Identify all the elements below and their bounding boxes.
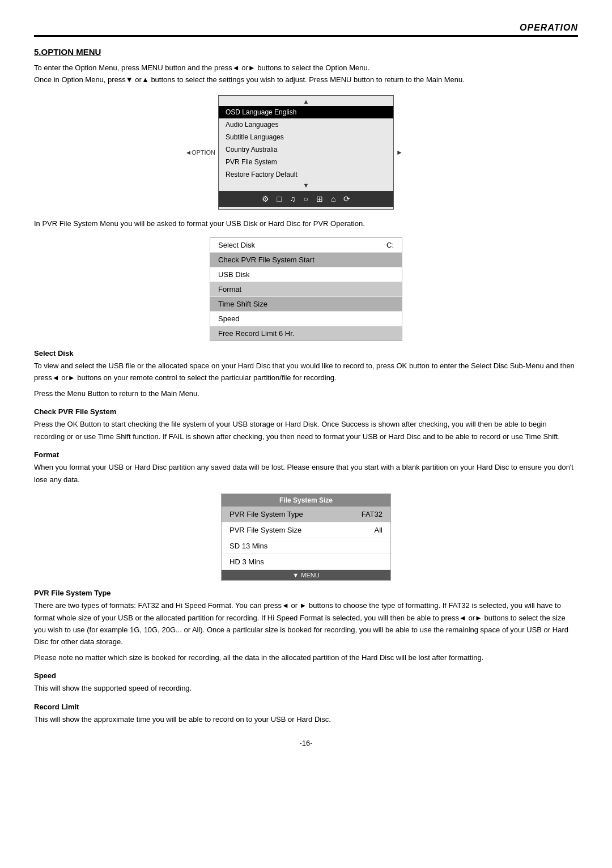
square-icon: □ — [277, 194, 282, 203]
option-label: ◄OPTION — [185, 149, 215, 156]
pvr-row-usb-disk[interactable]: USB Disk — [210, 267, 402, 282]
option-menu-wrapper: ◄OPTION ► ▲ OSD Language English Audio L… — [218, 95, 394, 210]
select-disk-body2: Press the Menu Button to return to the M… — [34, 388, 578, 399]
fs-menu-header: File System Size — [222, 494, 390, 507]
pvr-menu-box: Select Disk C: Check PVR File System Sta… — [210, 237, 402, 341]
pvr-row-time-shift[interactable]: Time Shift Size — [210, 297, 402, 312]
option-item-6[interactable]: Restore Factory Default — [219, 168, 393, 181]
pvr-row-speed[interactable]: Speed — [210, 312, 402, 326]
record-limit-body: This will show the approximate time you … — [34, 713, 578, 725]
format-body: When you format your USB or Hard Disc pa… — [34, 461, 578, 486]
music-icon: ♫ — [290, 194, 296, 203]
fs-row-pvr-size[interactable]: PVR File System Size All — [222, 522, 390, 538]
option-menu-container: ◄OPTION ► ▲ OSD Language English Audio L… — [34, 95, 578, 210]
select-disk-body1: To view and select the USB file or the a… — [34, 360, 578, 384]
check-pvr-title: Check PVR File System — [34, 407, 578, 416]
pvr-type-body1: There are two types of formats: FAT32 an… — [34, 599, 578, 648]
pvr-row-label-free-record: Free Record Limit 6 Hr. — [218, 329, 294, 338]
menu-arrow-up: ▲ — [219, 98, 393, 105]
speed-body: This will show the supported speed of re… — [34, 682, 578, 694]
fs-row-label-pvr-type: PVR File System Type — [230, 510, 303, 518]
gear-icon: ⚙ — [262, 194, 269, 203]
pvr-info-text: In PVR File System Menu you will be aske… — [34, 218, 578, 229]
select-disk-title: Select Disk — [34, 349, 578, 358]
pvr-row-label-select-disk: Select Disk — [218, 241, 255, 249]
section-title: 5.OPTION MENU — [34, 47, 578, 57]
intro-line1: To enter the Option Menu, press MENU but… — [34, 63, 369, 72]
speed-title: Speed — [34, 671, 578, 680]
home-icon: ⌂ — [331, 194, 335, 203]
menu-footer-label: MENU — [301, 572, 319, 578]
intro-line2: Once in Option Menu, press▼ or▲ buttons … — [34, 75, 465, 84]
page-number: -16- — [34, 739, 578, 747]
pvr-row-free-record[interactable]: Free Record Limit 6 Hr. — [210, 326, 402, 341]
pvr-row-format[interactable]: Format — [210, 282, 402, 297]
pvr-row-select-disk[interactable]: Select Disk C: — [210, 238, 402, 253]
fs-row-hd[interactable]: HD 3 Mins — [222, 554, 390, 570]
grid-icon: ⊞ — [316, 194, 323, 203]
check-pvr-body: Press the OK Button to start checking th… — [34, 418, 578, 442]
fs-row-label-sd: SD 13 Mins — [230, 542, 267, 550]
intro-text: To enter the Option Menu, press MENU but… — [34, 62, 578, 86]
fs-row-pvr-type[interactable]: PVR File System Type FAT32 — [222, 507, 390, 522]
pvr-row-check-pvr[interactable]: Check PVR File System Start — [210, 253, 402, 267]
circle-icon: ○ — [304, 194, 308, 203]
option-item-5[interactable]: PVR File System — [219, 156, 393, 168]
pvr-row-label-check-pvr: Check PVR File System Start — [218, 256, 314, 264]
option-item-2[interactable]: Audio Languages — [219, 118, 393, 131]
record-limit-title: Record Limit — [34, 703, 578, 711]
fs-row-value-pvr-size: All — [375, 526, 382, 534]
fs-row-value-pvr-type: FAT32 — [362, 510, 382, 518]
pvr-menu-container: Select Disk C: Check PVR File System Sta… — [34, 237, 578, 341]
fs-row-label-pvr-size: PVR File System Size — [230, 526, 301, 534]
pvr-type-body2: Please note no matter which size is book… — [34, 652, 578, 663]
fs-menu-box: File System Size PVR File System Type FA… — [221, 493, 391, 581]
pvr-type-title: PVR File System Type — [34, 589, 578, 597]
pvr-row-label-speed: Speed — [218, 314, 240, 323]
fs-menu-container: File System Size PVR File System Type FA… — [34, 493, 578, 581]
option-item-1[interactable]: OSD Language English — [219, 106, 393, 118]
pvr-row-label-time-shift: Time Shift Size — [218, 300, 267, 308]
fs-menu-footer: ▼ MENU — [222, 570, 390, 580]
pvr-row-value-select-disk: C: — [386, 241, 394, 249]
option-item-4[interactable]: Country Australia — [219, 143, 393, 156]
fs-row-label-hd: HD 3 Mins — [230, 558, 264, 566]
option-menu-box: ▲ OSD Language English Audio Languages S… — [218, 95, 394, 210]
option-arrow-right: ► — [396, 148, 403, 156]
icon-bar: ⚙ □ ♫ ○ ⊞ ⌂ ⟳ — [219, 191, 393, 207]
menu-arrow-down: ▼ — [219, 182, 393, 189]
menu-footer-icon: ▼ — [292, 572, 299, 578]
format-title: Format — [34, 450, 578, 459]
fs-row-sd[interactable]: SD 13 Mins — [222, 538, 390, 554]
option-item-3[interactable]: Subtitle Languages — [219, 131, 393, 143]
pvr-row-label-format: Format — [218, 285, 241, 293]
header-title: OPERATION — [520, 23, 578, 32]
refresh-icon: ⟳ — [343, 194, 350, 203]
pvr-row-label-usb-disk: USB Disk — [218, 270, 250, 279]
operation-header: OPERATION — [34, 23, 578, 37]
